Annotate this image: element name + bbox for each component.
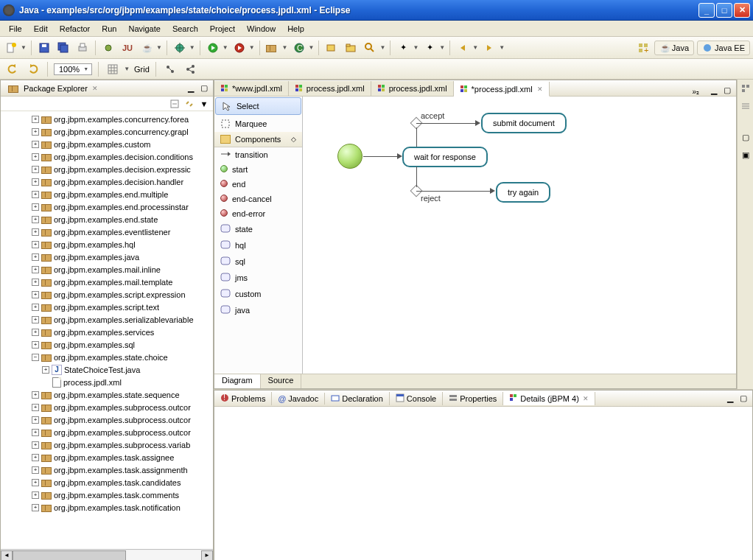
layout-button[interactable]	[162, 61, 178, 77]
bottom-tab-properties[interactable]: Properties	[443, 392, 503, 405]
palette-item-java[interactable]: java	[214, 302, 302, 318]
tree-node[interactable]: +org.jbpm.examples.decision.conditions	[2, 150, 211, 163]
tree-node[interactable]: +org.jbpm.examples.subprocess.outcor	[2, 413, 211, 426]
close-tab-icon[interactable]: ✕	[537, 85, 543, 93]
palette-item-end-cancel[interactable]: end-cancel	[214, 192, 302, 206]
menu-run[interactable]: Run	[96, 23, 122, 35]
package-tree[interactable]: +org.jbpm.examples.concurrency.forea+org…	[1, 111, 213, 549]
expand-icon[interactable]: +	[32, 391, 39, 399]
expand-icon[interactable]: +	[32, 116, 39, 123]
expand-icon[interactable]: +	[32, 491, 39, 499]
save-button[interactable]	[36, 40, 52, 56]
wait-node[interactable]: wait for response	[402, 147, 488, 167]
palette-item-hql[interactable]: hql	[214, 237, 302, 253]
search-dropdown[interactable]: ▼	[379, 44, 385, 51]
back-button[interactable]	[455, 40, 471, 56]
tree-node[interactable]: +org.jbpm.examples.task.candidates	[2, 476, 211, 489]
trim-tasklist-icon[interactable]	[740, 100, 752, 112]
nav-annotation2-button[interactable]: ✦	[421, 40, 438, 56]
palette-item-custom[interactable]: custom	[214, 286, 302, 302]
open-perspective-button[interactable]: +	[635, 40, 651, 56]
expand-icon[interactable]: +	[32, 429, 39, 436]
palette-select[interactable]: Select	[215, 97, 301, 115]
open-type-button[interactable]	[323, 40, 340, 56]
perspective-javaee[interactable]: Java EE	[697, 41, 750, 55]
tree-node[interactable]: +org.jbpm.examples.mail.inline	[2, 263, 211, 276]
editor-tab[interactable]: *www.jpdl.xml	[214, 81, 289, 96]
tree-node[interactable]: +JStateChoiceTest.java	[2, 363, 211, 376]
bottom-tab-declaration[interactable]: Declaration	[325, 392, 390, 405]
trim-item3-icon[interactable]: ▢	[740, 131, 752, 143]
junit-icon[interactable]: JU	[119, 40, 136, 56]
tree-node[interactable]: +org.jbpm.examples.custom	[2, 138, 211, 150]
expand-icon[interactable]: +	[32, 329, 39, 336]
tab-overflow-indicator[interactable]: »₂	[686, 88, 705, 96]
maximize-view-icon[interactable]: ▢	[198, 83, 210, 94]
palette-item-state[interactable]: state	[214, 221, 302, 237]
menu-file[interactable]: File	[3, 23, 28, 35]
palette-item-end[interactable]: end	[214, 177, 302, 192]
expand-icon[interactable]: +	[32, 216, 39, 223]
expand-icon[interactable]: +	[32, 128, 39, 136]
scroll-left-icon[interactable]: ◄	[1, 550, 13, 561]
expand-icon[interactable]: +	[32, 504, 39, 511]
new-class-button[interactable]: C	[291, 40, 307, 56]
palette-item-sql[interactable]: sql	[214, 253, 302, 270]
package-explorer-tab[interactable]: Package Explorer ✕	[4, 83, 102, 94]
palette-item-jms[interactable]: jms	[214, 270, 302, 286]
maximize-view-icon[interactable]: ▢	[738, 393, 749, 405]
menu-help[interactable]: Help	[281, 23, 310, 35]
new-class-dropdown[interactable]: ▼	[309, 44, 315, 51]
expand-icon[interactable]: +	[32, 404, 39, 411]
menu-refactor[interactable]: Refactor	[54, 23, 97, 35]
grid-button[interactable]	[105, 61, 121, 77]
perspective-java[interactable]: ☕Java	[654, 41, 694, 55]
expand-icon[interactable]: +	[32, 191, 39, 198]
tree-node[interactable]: +org.jbpm.examples.end.processinstar	[2, 200, 211, 213]
zoom-combo[interactable]: 100%	[54, 63, 92, 75]
expand-icon[interactable]: +	[32, 316, 39, 323]
editor-tab[interactable]: process.jpdl.xml	[371, 81, 454, 96]
tree-node[interactable]: +org.jbpm.examples.mail.template	[2, 276, 211, 288]
expand-icon[interactable]: +	[32, 166, 39, 173]
expand-icon[interactable]: +	[32, 266, 39, 273]
start-node[interactable]	[337, 144, 363, 169]
expand-icon[interactable]: +	[32, 441, 39, 449]
debug-dropdown[interactable]: ▼	[189, 44, 195, 51]
link-editor-icon[interactable]	[183, 98, 195, 110]
tree-node[interactable]: +org.jbpm.examples.end.multiple	[2, 188, 211, 200]
tree-node[interactable]: +org.jbpm.examples.sql	[2, 338, 211, 351]
minimize-view-icon[interactable]: ▁	[724, 393, 736, 405]
expand-icon[interactable]: +	[32, 228, 39, 236]
diagram-tab[interactable]: Diagram	[214, 374, 261, 388]
menu-window[interactable]: Window	[241, 23, 281, 35]
palette-section-components[interactable]: Components◇	[214, 132, 302, 147]
close-button[interactable]: ✕	[734, 3, 750, 18]
tree-node[interactable]: +org.jbpm.examples.subprocess.outcor	[2, 401, 211, 413]
layout2-button[interactable]	[183, 61, 199, 77]
expand-icon[interactable]: +	[32, 178, 39, 186]
close-tab-icon[interactable]: ✕	[583, 395, 589, 402]
close-icon[interactable]: ✕	[92, 85, 98, 92]
view-menu-icon[interactable]: ▼	[198, 98, 210, 110]
trim-item4-icon[interactable]: ▣	[740, 149, 752, 161]
editor-tab[interactable]: *process.jpdl.xml✕	[454, 82, 550, 97]
tree-node[interactable]: +org.jbpm.examples.concurrency.forea	[2, 113, 211, 125]
tree-node[interactable]: +org.jbpm.examples.services	[2, 326, 211, 338]
menu-edit[interactable]: Edit	[28, 23, 54, 35]
expand-icon[interactable]: +	[32, 479, 39, 486]
save-all-button[interactable]	[55, 40, 71, 56]
run-last-dropdown[interactable]: ▼	[249, 44, 255, 51]
palette-marquee[interactable]: Marquee	[214, 116, 302, 132]
collapse-icon[interactable]: −	[32, 354, 39, 361]
expand-icon[interactable]: +	[32, 304, 39, 311]
tree-node[interactable]: +org.jbpm.examples.hql	[2, 238, 211, 251]
tree-node[interactable]: −org.jbpm.examples.state.choice	[2, 351, 211, 363]
tree-node[interactable]: +org.jbpm.examples.task.assignee	[2, 451, 211, 463]
tree-node[interactable]: +org.jbpm.examples.java	[2, 251, 211, 263]
menu-project[interactable]: Project	[204, 23, 241, 35]
run-button[interactable]	[205, 40, 221, 56]
horizontal-scrollbar[interactable]: ◄ ►	[1, 549, 213, 560]
diagram-canvas[interactable]: wait for response accept submit document	[303, 97, 736, 374]
minimize-editor-icon[interactable]: ▁	[708, 84, 720, 96]
